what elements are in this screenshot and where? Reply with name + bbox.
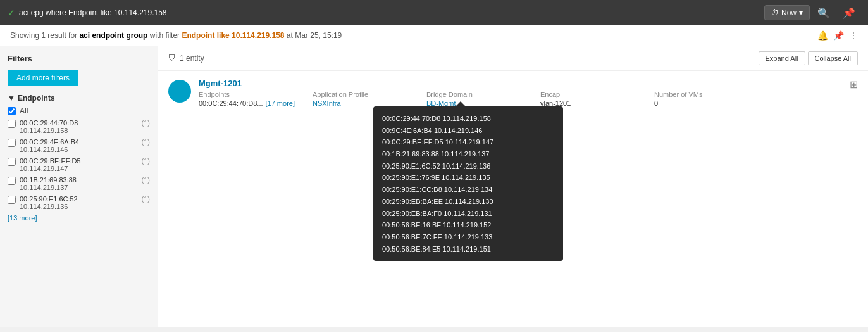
section-arrow-icon: ▼ bbox=[8, 94, 15, 103]
filter-item-0: 00:0C:29:44:70:D8 10.114.219.158 (1) bbox=[8, 119, 150, 134]
filter-all-row: All bbox=[8, 106, 150, 115]
filter-item-2: 00:0C:29:BE:EF:D5 10.114.219.147 (1) bbox=[8, 157, 150, 172]
filter-mac-1: 00:0C:29:4E:6A:B4 bbox=[20, 138, 79, 146]
popup-ep-9: 00:50:56:BE:16:BF 10.114.219.152 bbox=[382, 219, 554, 231]
filter-item-3: 00:1B:21:69:83:88 10.114.219.137 (1) bbox=[8, 176, 150, 191]
filter-ip-4: 10.114.219.136 bbox=[20, 203, 138, 210]
more-filters-link[interactable]: [13 more] bbox=[8, 214, 150, 222]
sidebar-title: Filters bbox=[8, 54, 150, 63]
popup-ep-3: 00:1B:21:69:83:88 10.114.219.137 bbox=[382, 148, 554, 160]
expand-all-button[interactable]: Expand All bbox=[759, 51, 805, 65]
epg-col-vms: Number of VMs 0 bbox=[654, 91, 768, 107]
filter-count-4: (1) bbox=[142, 195, 150, 203]
filter-section-title: ▼ Endpoints bbox=[8, 94, 150, 103]
epg-avatar bbox=[168, 80, 191, 103]
epg-col-app: Application Profile NSXInfra bbox=[313, 91, 426, 107]
clock-icon: ⏱ bbox=[771, 8, 779, 17]
expand-collapse-controls: Expand All Collapse All bbox=[759, 51, 858, 65]
collapse-all-button[interactable]: Collapse All bbox=[808, 51, 858, 65]
epg-col-endpoints: Endpoints 00:0C:29:44:70:D8... [17 more] bbox=[199, 91, 313, 107]
popup-ep-7: 00:25:90:EB:BA:EE 10.114.219.130 bbox=[382, 196, 554, 208]
filter-checkbox-0[interactable] bbox=[8, 120, 16, 128]
check-icon: ✓ bbox=[8, 8, 15, 18]
filter-checkbox-4[interactable] bbox=[8, 196, 16, 204]
epg-name[interactable]: Mgmt-1201 bbox=[199, 79, 850, 88]
filter-item-text-4: 00:25:90:E1:6C:52 10.114.219.136 bbox=[20, 195, 138, 210]
popup-ep-10: 00:50:56:BE:7C:FE 10.114.219.133 bbox=[382, 231, 554, 243]
vms-label: Number of VMs bbox=[654, 91, 768, 98]
filter-ip-1: 10.114.219.146 bbox=[20, 146, 138, 153]
filter-item-1: 00:0C:29:4E:6A:B4 10.114.219.146 (1) bbox=[8, 138, 150, 153]
filter-count-2: (1) bbox=[142, 157, 150, 165]
popup-ep-6: 00:25:90:E1:CC:B8 10.114.219.134 bbox=[382, 184, 554, 196]
filter-all-label: All bbox=[20, 106, 28, 115]
vms-value: 0 bbox=[654, 99, 768, 107]
filter-ip-0: 10.114.219.158 bbox=[20, 127, 138, 134]
filter-mac-3: 00:1B:21:69:83:88 bbox=[20, 176, 77, 184]
filter-item-text-1: 00:0C:29:4E:6A:B4 10.114.219.146 bbox=[20, 138, 138, 153]
endpoints-value: 00:0C:29:44:70:D8... bbox=[199, 99, 263, 107]
pin-icon[interactable]: 📌 bbox=[833, 30, 844, 41]
result-entity: aci endpoint group bbox=[79, 31, 147, 40]
popup-ep-4: 00:25:90:E1:6C:52 10.114.219.136 bbox=[382, 160, 554, 172]
popup-ep-1: 00:9C:4E:6A:B4 10.114.219.146 bbox=[382, 125, 554, 137]
filter-mac-4: 00:25:90:E1:6C:52 bbox=[20, 195, 78, 203]
endpoints-trigger[interactable]: 00:0C:29:44:70:D8... [17 more] bbox=[199, 99, 313, 107]
result-filter-value: Endpoint like 10.114.219.158 bbox=[182, 31, 284, 40]
filter-item-4: 00:25:90:E1:6C:52 10.114.219.136 (1) bbox=[8, 195, 150, 210]
search-button[interactable]: 🔍 bbox=[812, 4, 835, 22]
filter-count-3: (1) bbox=[142, 176, 150, 184]
entity-count: ⛉ 1 entity bbox=[168, 54, 204, 63]
top-bar-right: ⏱ Now ▾ 🔍 📌 bbox=[764, 4, 860, 22]
pin-button[interactable]: 📌 bbox=[838, 4, 860, 22]
add-column-icon[interactable]: ⊞ bbox=[850, 79, 858, 91]
content-header: ⛉ 1 entity Expand All Collapse All bbox=[158, 46, 868, 71]
filter-checkbox-3[interactable] bbox=[8, 177, 16, 185]
bd-label: Bridge Domain bbox=[426, 91, 540, 98]
epg-row: Mgmt-1201 Endpoints 00:0C:29:44:70:D8...… bbox=[158, 71, 868, 115]
query-bar: ✓ aci epg where Endpoint like 10.114.219… bbox=[8, 8, 759, 18]
filter-item-text-2: 00:0C:29:BE:EF:D5 10.114.219.147 bbox=[20, 157, 138, 172]
chevron-down-icon: ▾ bbox=[799, 8, 803, 17]
popup-ep-11: 00:50:56:BE:84:E5 10.114.219.151 bbox=[382, 243, 554, 255]
filter-count-0: (1) bbox=[142, 119, 150, 127]
time-button[interactable]: ⏱ Now ▾ bbox=[764, 5, 810, 20]
endpoints-label: Endpoints bbox=[199, 91, 313, 98]
result-bar: Showing 1 result for aci endpoint group … bbox=[0, 25, 868, 46]
filter-item-text-0: 00:0C:29:44:70:D8 10.114.219.158 bbox=[20, 119, 138, 134]
endpoints-more[interactable]: [17 more] bbox=[266, 99, 295, 107]
filter-item-text-3: 00:1B:21:69:83:88 10.114.219.137 bbox=[20, 176, 138, 191]
filter-all-checkbox[interactable] bbox=[8, 107, 16, 115]
filter-checkbox-1[interactable] bbox=[8, 139, 16, 147]
sidebar: Filters Add more filters ▼ Endpoints All… bbox=[0, 46, 158, 327]
filter-mac-2: 00:0C:29:BE:EF:D5 bbox=[20, 157, 81, 165]
filter-funnel-icon: ⛉ bbox=[168, 54, 176, 63]
epg-columns: Endpoints 00:0C:29:44:70:D8... [17 more]… bbox=[199, 91, 850, 107]
endpoint-popup: 00:0C:29:44:70:D8 10.114.219.158 00:9C:4… bbox=[373, 106, 563, 261]
filter-ip-3: 10.114.219.137 bbox=[20, 184, 138, 191]
bell-icon[interactable]: 🔔 bbox=[817, 30, 828, 41]
popup-ep-0: 00:0C:29:44:70:D8 10.114.219.158 bbox=[382, 113, 554, 125]
add-filters-button[interactable]: Add more filters bbox=[8, 70, 78, 86]
filter-count-1: (1) bbox=[142, 138, 150, 146]
popup-ep-5: 00:25:90:E1:76:9E 10.114.219.135 bbox=[382, 172, 554, 184]
result-prefix: Showing 1 result for bbox=[10, 31, 79, 40]
app-label: Application Profile bbox=[313, 91, 426, 98]
popup-ep-8: 00:25:90:EB:BA:F0 10.114.219.131 bbox=[382, 208, 554, 220]
filter-checkbox-2[interactable] bbox=[8, 158, 16, 166]
epg-col-encap: Encap vlan-1201 bbox=[540, 91, 654, 107]
entity-count-label: 1 entity bbox=[180, 54, 204, 63]
main-layout: Filters Add more filters ▼ Endpoints All… bbox=[0, 46, 868, 327]
result-text: Showing 1 result for aci endpoint group … bbox=[10, 31, 342, 40]
encap-label: Encap bbox=[540, 91, 654, 98]
result-suffix-prefix: at bbox=[287, 31, 295, 40]
top-bar: ✓ aci epg where Endpoint like 10.114.219… bbox=[0, 0, 868, 25]
time-label: Now bbox=[781, 8, 797, 17]
result-bar-icons: 🔔 📌 ⋮ bbox=[817, 30, 858, 41]
section-label: Endpoints bbox=[18, 94, 55, 103]
filter-mac-0: 00:0C:29:44:70:D8 bbox=[20, 119, 78, 127]
more-icon[interactable]: ⋮ bbox=[849, 30, 858, 41]
content-area: ⛉ 1 entity Expand All Collapse All Mgmt-… bbox=[158, 46, 868, 327]
popup-ep-2: 00:0C:29:BE:EF:D5 10.114.219.147 bbox=[382, 136, 554, 148]
query-text: aci epg where Endpoint like 10.114.219.1… bbox=[19, 8, 167, 17]
